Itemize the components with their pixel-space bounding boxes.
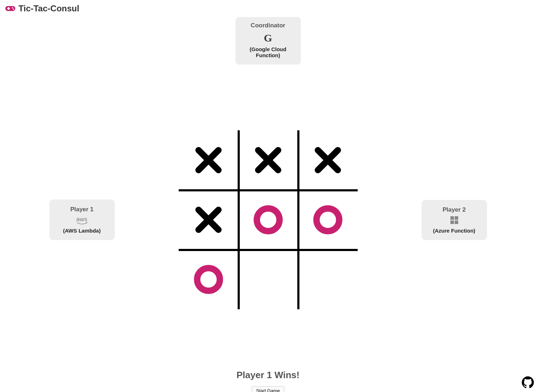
board-cell-3[interactable] (179, 190, 238, 250)
coordinator-card: Coordinator G (Google Cloud Function) (235, 17, 301, 65)
svg-point-13 (257, 208, 280, 231)
main: Coordinator G (Google Cloud Function) Pl… (0, 17, 536, 392)
o-icon (252, 204, 284, 236)
x-icon (194, 206, 223, 234)
page-title: Tic-Tac-Consul (18, 4, 79, 13)
board-cell-5[interactable] (298, 190, 358, 250)
svg-rect-0 (5, 6, 15, 11)
svg-point-4 (13, 9, 14, 10)
status-text: Player 1 Wins! (237, 370, 300, 381)
board-cell-6[interactable] (179, 250, 238, 309)
svg-rect-17 (455, 216, 458, 220)
header: Tic-Tac-Consul (0, 0, 536, 17)
start-button[interactable]: Start Game (251, 386, 284, 392)
game-board (179, 130, 358, 309)
aws-icon: aws (76, 216, 88, 225)
svg-point-3 (12, 7, 13, 9)
board-cell-4[interactable] (238, 190, 298, 250)
player1-sub: (AWS Lambda) (58, 228, 106, 234)
player2-title: Player 2 (430, 206, 478, 213)
board-cell-2[interactable] (298, 130, 358, 190)
azure-icon (450, 216, 458, 225)
svg-rect-2 (8, 7, 9, 10)
board-cell-8[interactable] (298, 250, 358, 309)
svg-point-15 (197, 268, 220, 291)
coordinator-sub: (Google Cloud Function) (244, 46, 292, 58)
player1-title: Player 1 (58, 206, 106, 213)
board-cell-1[interactable] (238, 130, 298, 190)
svg-rect-19 (455, 220, 458, 224)
player2-card: Player 2 (Azure Function) (422, 200, 487, 240)
o-icon (193, 263, 224, 295)
svg-point-14 (316, 208, 339, 231)
github-icon[interactable] (522, 376, 534, 390)
svg-rect-16 (450, 216, 454, 220)
svg-rect-18 (450, 220, 454, 224)
status-block: Player 1 Wins! Start Game (237, 370, 300, 392)
google-icon: G (264, 32, 272, 44)
x-icon (314, 146, 342, 174)
board-cell-7[interactable] (238, 250, 298, 309)
player1-card: Player 1 aws (AWS Lambda) (49, 200, 115, 240)
x-icon (254, 146, 282, 174)
o-icon (312, 204, 344, 236)
board-line (179, 249, 358, 251)
board-line (238, 130, 240, 309)
x-icon (194, 146, 223, 174)
mid-row: Player 1 aws (AWS Lambda) (0, 130, 536, 309)
board-line (179, 189, 358, 191)
board-cell-0[interactable] (179, 130, 238, 190)
coordinator-title: Coordinator (244, 22, 292, 29)
gamepad-icon (5, 5, 16, 12)
board-line (297, 130, 299, 309)
player2-sub: (Azure Function) (430, 228, 478, 234)
